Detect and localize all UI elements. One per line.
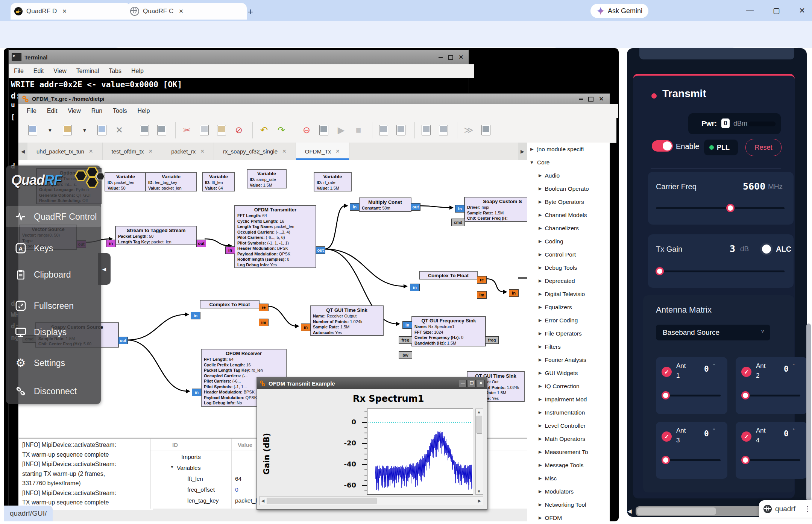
menu-collapse-handle[interactable]: ◀ — [98, 253, 111, 285]
tree-item-channelizers[interactable]: ▶Channelizers — [527, 222, 610, 235]
port-bw[interactable]: bw — [399, 351, 412, 359]
new-tab-button[interactable]: + — [247, 6, 253, 18]
port-re[interactable]: re — [259, 304, 269, 311]
enable-toggle[interactable] — [652, 140, 673, 152]
tab-close-icon[interactable]: ✕ — [89, 148, 93, 154]
popup-minimize-icon[interactable]: — — [459, 380, 467, 387]
grc-block-clipped-block[interactable]: in — [518, 277, 527, 279]
scroll-left-icon[interactable]: ◀ — [260, 498, 266, 503]
grc-flowgraph-tabs[interactable]: ◀uhd_packet_tx_tun✕test_ofdm_tx✕packet_r… — [18, 143, 527, 160]
port-out[interactable]: out — [196, 240, 206, 247]
port-in[interactable]: in — [350, 203, 360, 211]
copy-icon[interactable] — [197, 123, 212, 138]
port-im[interactable]: im — [259, 319, 269, 326]
tx-gain-slider[interactable] — [656, 270, 785, 272]
grc-titlebar[interactable]: OFDM_Tx.grc - /home/dietpi ✕ — [18, 94, 610, 104]
quadrf-overlay-menu[interactable]: QuadRF QuadRF ControlAKeysClipboardFulls… — [6, 166, 101, 404]
badge-menu-icon[interactable]: ⋮ — [804, 505, 811, 513]
port-in[interactable]: in — [509, 289, 519, 297]
tree-item-error-coding[interactable]: ▶Error Coding — [527, 314, 610, 327]
grc-block-variable-samp-rate[interactable]: VariableID: samp_rateValue: 1.5M — [247, 169, 287, 188]
terminal-menu-file[interactable]: File — [14, 68, 24, 74]
grc-tab-rx_soapy_cf32_single[interactable]: rx_soapy_cf32_single✕ — [214, 143, 296, 160]
browser-tab-2[interactable]: QuadRF C ✕ — [126, 3, 247, 20]
tree-item-iq-correction[interactable]: ▶IQ Correction — [527, 380, 610, 393]
port-cmd[interactable]: cmd — [451, 219, 465, 226]
tree-item-audio[interactable]: ▶Audio — [527, 169, 610, 182]
menu-item-keys[interactable]: AKeys — [6, 238, 101, 259]
grc-menu-edit[interactable]: Edit — [47, 108, 58, 114]
scroll-up-icon[interactable]: ▲ — [476, 410, 482, 414]
port-in[interactable]: in — [402, 321, 412, 329]
close-icon[interactable]: ✕ — [112, 123, 127, 138]
new-dropdown-icon[interactable]: ▼ — [42, 123, 58, 138]
grc-block-stream-to-tagged-stream[interactable]: Stream to Tagged StreamPacket Length: 50… — [115, 226, 197, 245]
grc-window-controls[interactable]: ✕ — [579, 97, 604, 102]
tree-item-misc[interactable]: ▶Misc — [527, 472, 610, 485]
antenna-4-checkbox[interactable]: ✓ — [741, 431, 751, 442]
tab-close-icon[interactable]: ✕ — [148, 148, 153, 154]
scroll-left-icon[interactable]: ◀ — [627, 508, 632, 515]
tab-close-icon[interactable]: ✕ — [62, 8, 67, 15]
tree-item-instrumentation[interactable]: ▶Instrumentation — [527, 406, 610, 419]
scroll-right-icon[interactable]: ▶ — [477, 498, 482, 503]
tree-item-deprecated[interactable]: ▶Deprecated — [527, 274, 610, 287]
plot-vertical-scrollbar[interactable]: ▲ ▼ — [475, 409, 483, 495]
port-freq[interactable]: freq — [485, 336, 499, 344]
tree-item-debug-tools[interactable]: ▶Debug Tools — [527, 261, 610, 274]
tree-item-boolean-operato[interactable]: ▶Boolean Operato — [527, 182, 610, 195]
generate-icon[interactable] — [316, 123, 331, 138]
antenna-2-slider[interactable] — [742, 395, 800, 396]
reload-icon[interactable] — [478, 123, 493, 138]
terminal-menu-tabs[interactable]: Tabs — [109, 68, 121, 74]
tree-item-networking-tool[interactable]: ▶Networking Tool — [527, 498, 610, 511]
ofdm-transmit-popup[interactable]: OFDM Transmit Example —❒✕ Rx Spectrum1 G… — [257, 377, 487, 510]
pageb-icon[interactable] — [393, 123, 408, 138]
delete-icon[interactable]: ⊘ — [231, 123, 246, 138]
tab-close-icon[interactable]: ✕ — [179, 8, 184, 15]
popup-close-icon[interactable]: ✕ — [477, 380, 485, 387]
tree-item-level-controller[interactable]: ▶Level Controller — [527, 419, 610, 432]
grc-tab-OFDM_Tx[interactable]: OFDM_Tx✕ — [296, 143, 349, 160]
menu-item-fullscreen[interactable]: Fullscreen — [6, 295, 101, 316]
popup-titlebar[interactable]: OFDM Transmit Example —❒✕ — [257, 378, 487, 389]
grc-block-library[interactable]: ▶(no module specifi▼Core▶Audio▶Boolean O… — [527, 143, 610, 521]
grc-block-complex-to-float-2[interactable]: Complex To Floatinreim — [200, 300, 260, 308]
port-in[interactable]: in — [191, 312, 200, 319]
tab-close-icon[interactable]: ✕ — [335, 148, 340, 154]
maximize-button[interactable]: ▢ — [773, 6, 780, 15]
remote-desktop-view[interactable]: >_ Terminal ✕ FileEditViewTerminalTabsHe… — [4, 48, 619, 521]
antenna-1-checkbox[interactable]: ✓ — [662, 367, 672, 377]
port-in[interactable]: in — [410, 284, 420, 291]
window2-icon[interactable] — [154, 123, 169, 138]
port-in[interactable]: in — [455, 205, 465, 213]
grc-menubar[interactable]: FileEditViewRunToolsHelp — [18, 104, 618, 118]
pagea-icon[interactable] — [376, 123, 391, 138]
tree-item-ofdm[interactable]: ▶OFDM — [527, 511, 610, 521]
menu-item-quadrf-control[interactable]: QuadRF Control — [6, 206, 101, 227]
tree-item-gui-widgets[interactable]: ▶GUI Widgets — [527, 366, 610, 380]
terminal-titlebar[interactable]: >_ Terminal ✕ — [9, 50, 469, 64]
grc-menu-run[interactable]: Run — [91, 108, 102, 114]
pagec-icon[interactable] — [419, 123, 434, 138]
open-icon[interactable] — [60, 123, 75, 138]
port-in[interactable]: in — [301, 324, 311, 331]
terminal-menu-help[interactable]: Help — [131, 68, 144, 74]
port-out[interactable]: out — [316, 246, 325, 254]
tree-item-fourier-analysis[interactable]: ▶Fourier Analysis — [527, 353, 610, 366]
undo-icon[interactable]: ↶ — [257, 123, 272, 138]
grc-block-qt-gui-time-sink[interactable]: QT GUI Time SinkName: Receiver OutputNum… — [310, 305, 384, 336]
grc-menu-help[interactable]: Help — [137, 108, 150, 114]
alc-radio[interactable] — [760, 243, 773, 255]
close-button[interactable]: ✕ — [799, 6, 805, 15]
antenna-3-checkbox[interactable]: ✓ — [662, 431, 672, 442]
port-re[interactable]: re — [477, 276, 487, 284]
tree-root-item[interactable]: ▶(no module specifi — [527, 143, 610, 156]
paste-icon[interactable] — [214, 123, 229, 138]
antenna-2-checkbox[interactable]: ✓ — [741, 367, 751, 377]
antenna-1-slider[interactable] — [662, 395, 721, 396]
antenna-4-slider[interactable] — [742, 459, 800, 461]
grc-menu-view[interactable]: View — [68, 108, 80, 114]
new-file-icon[interactable] — [25, 123, 40, 138]
tree-item-impairment-mod[interactable]: ▶Impairment Mod — [527, 393, 610, 406]
